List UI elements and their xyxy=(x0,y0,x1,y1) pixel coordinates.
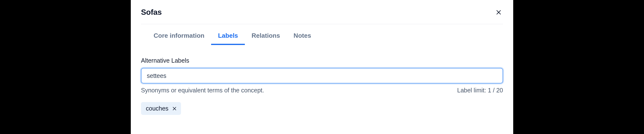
dialog-header: Sofas xyxy=(141,8,503,24)
close-button[interactable] xyxy=(494,8,503,17)
close-icon xyxy=(172,106,177,111)
close-icon xyxy=(496,9,502,15)
tab-core-information[interactable]: Core information xyxy=(147,32,211,45)
tag-item[interactable]: couches xyxy=(141,102,181,115)
tags-row: couches xyxy=(141,102,503,115)
alternative-labels-input[interactable] xyxy=(141,68,503,83)
alternative-labels-input-wrapper xyxy=(141,68,503,83)
page-title: Sofas xyxy=(141,8,162,17)
helper-row: Synonyms or equivalent terms of the conc… xyxy=(141,87,503,94)
alternative-labels-heading: Alternative Labels xyxy=(141,57,503,64)
tag-remove-button[interactable] xyxy=(172,106,177,111)
tab-labels[interactable]: Labels xyxy=(211,32,244,45)
dialog-panel: Sofas Core information Labels Relations … xyxy=(131,0,513,134)
tab-notes[interactable]: Notes xyxy=(287,32,318,45)
tag-label: couches xyxy=(146,105,168,112)
tab-bar: Core information Labels Relations Notes xyxy=(147,32,503,45)
label-limit-text: Label limit: 1 / 20 xyxy=(457,87,503,94)
helper-text: Synonyms or equivalent terms of the conc… xyxy=(141,87,264,94)
tab-relations[interactable]: Relations xyxy=(245,32,287,45)
